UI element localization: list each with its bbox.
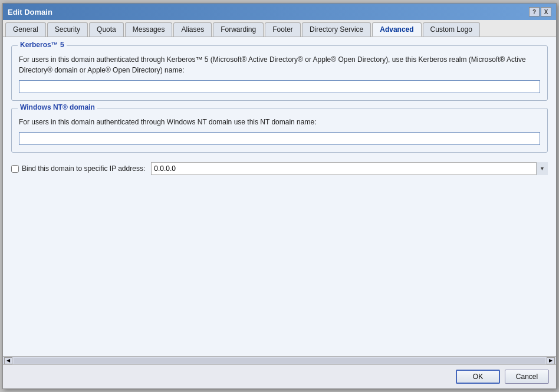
windows-nt-title: Windows NT® domain — [18, 103, 97, 111]
ip-address-select[interactable]: 0.0.0.0 — [151, 162, 548, 175]
horizontal-scrollbar[interactable]: ◀ ▶ — [3, 356, 556, 364]
bind-checkbox[interactable] — [11, 165, 19, 173]
kerberos-group: Kerberos™ 5 For users in this domain aut… — [11, 45, 548, 101]
kerberos-title: Kerberos™ 5 — [18, 41, 67, 49]
title-bar-buttons: ? X — [529, 7, 551, 17]
edit-domain-dialog: Edit Domain ? X General Security Quota M… — [2, 3, 557, 389]
ok-button[interactable]: OK — [456, 370, 500, 384]
close-button[interactable]: X — [541, 7, 551, 17]
tab-directory-service[interactable]: Directory Service — [302, 22, 371, 37]
tab-general[interactable]: General — [5, 22, 46, 37]
tab-custom-logo[interactable]: Custom Logo — [423, 22, 480, 37]
tab-advanced[interactable]: Advanced — [372, 22, 421, 37]
kerberos-input[interactable] — [19, 80, 540, 93]
dialog-title: Edit Domain — [8, 8, 52, 17]
scroll-track[interactable] — [14, 358, 545, 364]
footer-bar: OK Cancel — [3, 364, 556, 388]
bind-label-text: Bind this domain to specific IP address: — [22, 164, 145, 173]
tab-aliases[interactable]: Aliases — [173, 22, 212, 37]
bind-ip-row: Bind this domain to specific IP address:… — [11, 162, 548, 175]
bind-checkbox-label: Bind this domain to specific IP address: — [11, 164, 145, 173]
title-bar: Edit Domain ? X — [3, 4, 556, 20]
windows-nt-description: For users in this domain authenticated t… — [19, 117, 540, 127]
tab-messages[interactable]: Messages — [125, 22, 173, 37]
windows-nt-group: Windows NT® domain For users in this dom… — [11, 108, 548, 153]
tab-quota[interactable]: Quota — [89, 22, 124, 37]
cancel-button[interactable]: Cancel — [505, 370, 549, 384]
help-button[interactable]: ? — [529, 7, 540, 17]
kerberos-description: For users in this domain authenticated t… — [19, 54, 540, 75]
ip-select-wrapper: 0.0.0.0 ▼ — [151, 162, 548, 175]
tabs-bar: General Security Quota Messages Aliases … — [3, 20, 556, 37]
tab-footer[interactable]: Footer — [265, 22, 301, 37]
windows-nt-input[interactable] — [19, 132, 540, 145]
tab-content: Kerberos™ 5 For users in this domain aut… — [3, 37, 556, 356]
tab-forwarding[interactable]: Forwarding — [213, 22, 264, 37]
tab-security[interactable]: Security — [47, 22, 88, 37]
scroll-right-button[interactable]: ▶ — [547, 357, 555, 364]
scroll-left-button[interactable]: ◀ — [4, 357, 12, 364]
